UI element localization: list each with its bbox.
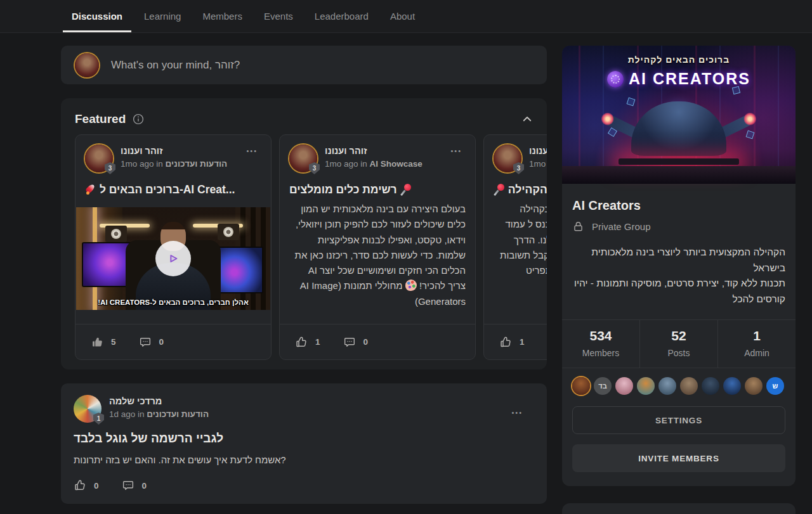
brain-icon xyxy=(607,71,624,87)
pushpin-emoji xyxy=(400,184,412,195)
tab-discussion[interactable]: Discussion xyxy=(63,0,131,32)
cover-keyboard xyxy=(619,158,739,165)
cover-brand-row: AI CREATORS xyxy=(562,70,796,88)
author-name[interactable]: זוהר וענונו xyxy=(529,146,547,156)
group-card: ברוכים הבאים לקהילת AI CREATORS AI Creat… xyxy=(562,46,796,486)
group-stats: 534 Members 52 Posts 1 Admin xyxy=(562,319,796,368)
video-thumbnail[interactable]: אהלן חברים, ברוכים הבאים ל-AI CREATORS! xyxy=(76,207,270,310)
like-count: 1 xyxy=(520,337,525,347)
author-avatar[interactable]: 3 xyxy=(289,145,317,172)
post-menu-icon[interactable]: ••• xyxy=(448,145,464,157)
category-link[interactable]: הודעות ועדכונים xyxy=(166,159,228,169)
author-avatar[interactable]: 3 xyxy=(494,145,521,172)
tab-events[interactable]: Events xyxy=(255,0,302,32)
post-title[interactable]: חוקי הקהילה xyxy=(494,183,547,197)
card-header: 3 זוהר וענונו 1mo ago in AI Showcase ••• xyxy=(289,145,466,172)
play-button[interactable] xyxy=(155,241,191,276)
member-avatar[interactable] xyxy=(702,377,719,395)
member-avatar[interactable] xyxy=(745,377,763,395)
privacy-row: Private Group xyxy=(572,221,785,233)
invite-members-button[interactable]: INVITE MEMBERS xyxy=(572,444,785,472)
leaderboard-card: Leaderboard (30-days) xyxy=(562,503,796,514)
member-avatar[interactable] xyxy=(723,377,741,395)
page-body: What's on your mind, זוהר? Featured xyxy=(0,33,812,514)
author-block: זוהר וענונו 1mo ago in xyxy=(529,145,547,169)
stat-members[interactable]: 534 Members xyxy=(562,320,639,368)
feed-post[interactable]: 1 מרדכי שלמה 1d ago in הודעות ועדכונים •… xyxy=(61,383,547,504)
stat-admins[interactable]: 1 Admin xyxy=(717,320,796,368)
card-header: 1 מרדכי שלמה 1d ago in הודעות ועדכונים •… xyxy=(74,395,534,423)
group-name: AI Creators xyxy=(572,198,785,213)
featured-card-rules[interactable]: 3 זוהר וענונו 1mo ago in חוקי הקהילה שלו… xyxy=(483,134,547,360)
post-title[interactable]: לגביי הרשמה של גוגל בלבד xyxy=(74,432,534,446)
tab-leaderboard[interactable]: Leaderboard xyxy=(306,0,377,32)
post-title[interactable]: רשימת כלים מומלצים xyxy=(289,183,466,197)
member-avatar[interactable]: ש xyxy=(766,377,784,395)
privacy-label: Private Group xyxy=(592,221,651,232)
chevron-up-icon[interactable] xyxy=(521,113,533,127)
post-menu-icon[interactable]: ••• xyxy=(244,145,260,157)
lock-icon xyxy=(572,221,584,233)
author-name[interactable]: זוהר וענונו xyxy=(325,146,422,156)
level-badge: 1 xyxy=(93,413,104,425)
tab-learning[interactable]: Learning xyxy=(135,0,190,32)
member-avatar[interactable] xyxy=(658,377,676,395)
composer-prompt[interactable]: What's on your mind, זוהר? xyxy=(111,59,240,72)
post-body: בעולם היצירה עם בינה מלאכותית יש המון כל… xyxy=(289,202,466,311)
tab-about[interactable]: About xyxy=(381,0,424,32)
comment-button[interactable] xyxy=(139,336,152,349)
comment-button[interactable] xyxy=(122,479,134,492)
category-link[interactable]: AI Showcase xyxy=(370,159,422,169)
featured-cards-row: 3 זוהר וענונו 1mo ago in הודעות ועדכונים… xyxy=(75,134,547,360)
member-avatar[interactable]: בד xyxy=(594,377,612,395)
post-meta: 1mo ago in AI Showcase xyxy=(325,159,422,169)
member-avatar[interactable] xyxy=(572,377,590,395)
card-footer: 5 0 xyxy=(75,324,271,359)
author-name[interactable]: זוהר וענונו xyxy=(121,146,227,156)
featured-section: Featured 3 xyxy=(61,98,547,369)
comment-button[interactable] xyxy=(343,336,356,349)
author-avatar[interactable]: 1 xyxy=(74,395,102,423)
like-button[interactable] xyxy=(74,479,86,492)
post-title[interactable]: ברוכים הבאים ל-AI Creat... xyxy=(85,183,261,197)
member-avatar[interactable] xyxy=(680,377,698,395)
tab-members[interactable]: Members xyxy=(193,0,251,32)
stat-posts[interactable]: 52 Posts xyxy=(639,320,717,368)
member-avatar[interactable] xyxy=(615,377,633,395)
comment-count: 0 xyxy=(159,337,164,347)
featured-title: Featured xyxy=(75,112,126,126)
post-meta: 1d ago in הודעות ועדכונים xyxy=(109,409,209,419)
card-footer: 1 xyxy=(484,324,547,359)
group-info: AI Creators Private Group הקהילה המקצועי… xyxy=(562,184,796,486)
featured-card-tools[interactable]: 3 זוהר וענונו 1mo ago in AI Showcase •••… xyxy=(279,134,476,360)
featured-card-welcome[interactable]: 3 זוהר וענונו 1mo ago in הודעות ועדכונים… xyxy=(75,134,272,360)
category-link[interactable]: הודעות ועדכונים xyxy=(147,409,209,419)
comment-count: 0 xyxy=(363,337,369,347)
author-block: זוהר וענונו 1mo ago in הודעות ועדכונים xyxy=(121,145,227,169)
member-avatars: בדש xyxy=(572,377,785,395)
like-count: 5 xyxy=(111,337,116,347)
feed-column: What's on your mind, זוהר? Featured xyxy=(61,46,547,504)
video-caption: אהלן חברים, ברוכים הבאים ל-AI CREATORS! xyxy=(76,299,270,306)
author-block: מרדכי שלמה 1d ago in הודעות ועדכונים xyxy=(109,395,209,419)
like-button[interactable] xyxy=(91,336,103,349)
group-sidebar: ברוכים הבאים לקהילת AI CREATORS AI Creat… xyxy=(562,46,796,514)
palette-emoji xyxy=(405,279,417,291)
current-user-avatar[interactable] xyxy=(75,53,99,77)
cover-welcome-text: ברוכים הבאים לקהילת xyxy=(562,55,796,65)
info-icon[interactable] xyxy=(133,113,144,125)
post-composer[interactable]: What's on your mind, זוהר? xyxy=(61,46,547,84)
group-cover-image[interactable]: ברוכים הבאים לקהילת AI CREATORS xyxy=(562,46,796,184)
author-name[interactable]: מרדכי שלמה xyxy=(109,396,209,406)
author-avatar[interactable]: 3 xyxy=(85,145,113,172)
member-avatar[interactable] xyxy=(637,377,655,395)
post-menu-icon[interactable]: ••• xyxy=(509,406,525,419)
thumb-speaker xyxy=(218,224,239,240)
cover-table xyxy=(562,166,796,184)
like-button[interactable] xyxy=(499,336,512,349)
like-button[interactable] xyxy=(295,336,308,349)
author-block: זוהר וענונו 1mo ago in AI Showcase xyxy=(325,145,422,169)
settings-button[interactable]: SETTINGS xyxy=(572,406,785,434)
comment-count: 0 xyxy=(142,481,147,491)
post-body: אשמח לדעת איך עושים את זה. והאם יש בזה י… xyxy=(74,454,534,465)
